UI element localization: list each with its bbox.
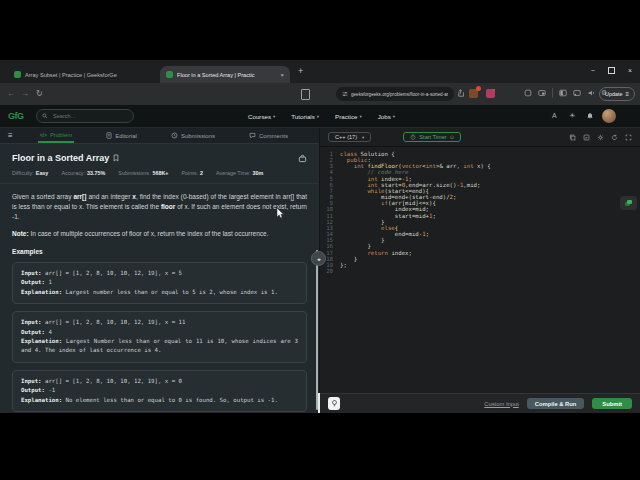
panel-resize-handle[interactable]: ◂▸ xyxy=(311,251,326,266)
address-bar[interactable]: geeksforgeeks.org/problems/floor-in-a-so… xyxy=(336,87,454,101)
translate-icon[interactable]: A xyxy=(552,112,557,119)
panel-scrollbar[interactable] xyxy=(316,250,318,410)
examples-heading: Examples xyxy=(12,248,307,255)
example-input: Input: arr[] = [1, 2, 8, 10, 10, 12, 19]… xyxy=(21,269,298,278)
update-button[interactable]: Update ≡ xyxy=(599,87,635,101)
maximize-icon[interactable] xyxy=(608,67,615,74)
cast-icon[interactable] xyxy=(573,89,581,97)
reset-code-icon[interactable] xyxy=(611,134,618,141)
user-avatar[interactable] xyxy=(602,109,616,123)
example-explanation: Explanation: Largest number less than or… xyxy=(21,288,298,297)
tab-editorial[interactable]: Editorial xyxy=(104,128,139,143)
comment-icon xyxy=(249,132,256,139)
example-output: Output: -1 xyxy=(21,386,298,395)
chevron-down-icon: ▾ xyxy=(393,114,395,119)
update-label: Update xyxy=(605,91,622,97)
fullscreen-icon[interactable] xyxy=(625,134,632,141)
chevron-down-icon: ▾ xyxy=(359,114,361,119)
side-panel-icon[interactable] xyxy=(301,89,310,100)
lightbulb-icon xyxy=(331,399,338,408)
language-dropdown[interactable]: C++ (17) ▾ xyxy=(328,132,371,142)
compile-run-button[interactable]: Compile & Run xyxy=(527,398,585,409)
search-input[interactable] xyxy=(51,112,125,120)
problem-note: Note: In case of multiple occurrences of… xyxy=(12,229,307,239)
tab-comments[interactable]: Comments xyxy=(247,128,290,143)
nav-practice[interactable]: Practice▾ xyxy=(335,113,362,120)
minimize-icon[interactable]: − xyxy=(591,67,595,74)
problem-body: Floor in a Sorted Array Difficulty:Easy … xyxy=(0,145,319,413)
problem-meta: Difficulty:Easy Accuracy:33.75% Submissi… xyxy=(12,170,307,176)
editor-toolbar: C++ (17) ▾ Start Timer ⊙ xyxy=(320,128,640,147)
code-icon: </> xyxy=(40,132,47,138)
editor-settings-icon[interactable] xyxy=(597,134,604,141)
url-text: geeksforgeeks.org/problems/floor-in-a-so… xyxy=(351,92,448,97)
new-tab-button[interactable]: + xyxy=(298,67,303,76)
custom-input-link[interactable]: Custom Input xyxy=(484,401,518,407)
menu-icon[interactable]: ≡ xyxy=(625,91,629,97)
toolbar-icon-cluster: ⚙ xyxy=(524,88,607,98)
extensions-icon[interactable] xyxy=(524,89,532,97)
start-timer-button[interactable]: Start Timer ⊙ xyxy=(403,132,461,142)
window-controls: − × xyxy=(591,67,632,74)
bookmark-icon[interactable] xyxy=(113,154,119,162)
hamburger-menu-icon[interactable]: ≡ xyxy=(8,131,13,140)
chevron-down-icon: ▾ xyxy=(362,135,364,140)
picture-in-picture-icon[interactable] xyxy=(538,89,546,97)
tab-problem[interactable]: </> Problem xyxy=(38,128,75,143)
browser-tab-floor-sorted-array[interactable]: Floor in a Sorted Array | Practic × xyxy=(160,66,290,83)
problem-tab-bar: ≡ </> Problem Editorial Submissions xyxy=(0,128,319,144)
clock-icon xyxy=(171,132,178,139)
hint-bulb-button[interactable] xyxy=(328,397,340,410)
browser-tab-array-subset[interactable]: Array Subset | Practice | GeeksforGe xyxy=(8,66,156,83)
example-input: Input: arr[] = [1, 2, 8, 10, 10, 12, 19]… xyxy=(21,318,298,327)
theme-toggle-icon[interactable]: ☀ xyxy=(569,112,575,120)
code-editor[interactable]: 1class Solution {2 public:3 int findFloo… xyxy=(320,148,640,393)
chevron-down-icon: ▾ xyxy=(317,114,319,119)
example-output: Output: 1 xyxy=(21,278,298,287)
example-explanation: Explanation: Largest Number less than or… xyxy=(21,337,298,356)
gfg-logo[interactable]: GfG xyxy=(8,111,24,121)
browser-tab-strip: Array Subset | Practice | GeeksforGe Flo… xyxy=(0,60,640,83)
split-screen-icon[interactable] xyxy=(559,89,567,97)
search-icon xyxy=(42,113,48,119)
share-icon[interactable] xyxy=(456,89,464,97)
speaker-icon[interactable] xyxy=(587,89,595,97)
site-nav: Courses▾ Tutorials▾ Practice▾ Jobs▾ xyxy=(248,105,395,127)
nav-tutorials[interactable]: Tutorials▾ xyxy=(291,113,319,120)
editor-panel: C++ (17) ▾ Start Timer ⊙ xyxy=(320,128,640,413)
ai-assistant-button[interactable] xyxy=(620,196,637,210)
site-search[interactable] xyxy=(36,109,134,123)
extension-arrow-icon[interactable] xyxy=(486,89,495,98)
example-box-2: Input: arr[] = [1, 2, 8, 10, 10, 12, 19]… xyxy=(12,311,307,363)
window-close-icon[interactable]: × xyxy=(628,67,632,74)
meta-difficulty: Difficulty:Easy xyxy=(12,170,48,176)
submit-button[interactable]: Submit xyxy=(592,398,632,409)
example-box-1: Input: arr[] = [1, 2, 8, 10, 10, 12, 19]… xyxy=(12,262,307,304)
forward-icon[interactable]: → xyxy=(21,88,29,99)
gfg-ai-icon xyxy=(625,200,632,206)
format-code-icon[interactable] xyxy=(583,134,590,141)
meta-accuracy: Accuracy:33.75% xyxy=(61,170,105,176)
tab-submissions[interactable]: Submissions xyxy=(169,128,217,143)
back-icon[interactable]: ← xyxy=(7,88,15,99)
nav-jobs[interactable]: Jobs▾ xyxy=(378,113,395,120)
gfg-site-header: GfG Courses▾ Tutorials▾ Practice▾ Jobs▾ … xyxy=(0,105,640,128)
tab-title: Array Subset | Practice | GeeksforGe xyxy=(25,72,150,78)
nav-courses[interactable]: Courses▾ xyxy=(248,113,275,120)
tune-icon xyxy=(342,91,348,97)
screen: Array Subset | Practice | GeeksforGe Flo… xyxy=(0,0,640,480)
code-lines: 1class Solution {2 public:3 int findFloo… xyxy=(320,151,640,274)
company-tag-icon[interactable] xyxy=(298,154,307,163)
copy-icon[interactable] xyxy=(569,134,576,141)
toolbar-divider xyxy=(552,88,553,98)
content-area: ≡ </> Problem Editorial Submissions xyxy=(0,128,640,413)
tab-close-icon[interactable]: × xyxy=(280,72,284,78)
reload-icon[interactable]: ↻ xyxy=(36,88,43,99)
notification-badge xyxy=(493,86,498,91)
example-output: Output: 4 xyxy=(21,328,298,337)
bell-icon[interactable] xyxy=(586,112,594,120)
meta-points: Points:2 xyxy=(181,170,202,176)
tab-title: Floor in a Sorted Array | Practic xyxy=(177,72,274,78)
timer-icon xyxy=(410,134,416,140)
extension-shield-icon[interactable] xyxy=(469,89,478,98)
